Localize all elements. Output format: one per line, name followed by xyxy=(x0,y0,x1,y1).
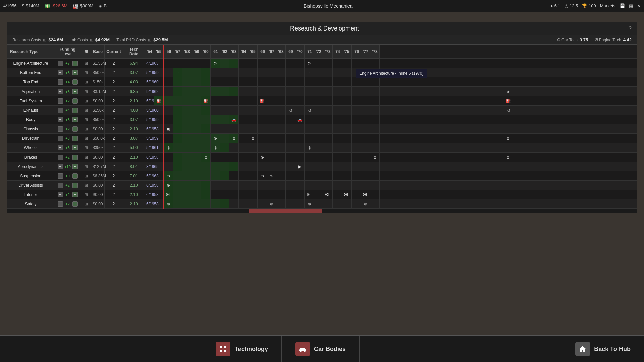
row-tl-5-12[interactable] xyxy=(267,106,276,115)
row-tl-6-1[interactable] xyxy=(164,115,173,124)
row-tl-9-23[interactable] xyxy=(370,143,380,153)
row-tl-10-10[interactable] xyxy=(248,153,258,162)
funding-plus-0[interactable]: + xyxy=(72,61,78,66)
row-tl-14-11[interactable] xyxy=(258,190,267,199)
row-tl-11-5[interactable] xyxy=(201,162,211,171)
row-tl-7-2[interactable] xyxy=(173,124,182,134)
row-tl-13-16[interactable] xyxy=(305,181,314,190)
row-tl-1-9[interactable] xyxy=(239,68,248,77)
row-tl-5-24[interactable]: ◁ xyxy=(380,106,637,115)
row-tl-3-0[interactable] xyxy=(154,87,164,96)
row-tl-9-17[interactable] xyxy=(314,143,323,153)
row-tl-12-8[interactable] xyxy=(229,171,239,181)
row-tl-6-7[interactable] xyxy=(220,115,229,124)
row-tl-14-21[interactable] xyxy=(352,190,361,199)
row-tl-14-4[interactable] xyxy=(192,190,201,199)
funding-minus-8[interactable]: − xyxy=(58,136,63,141)
row-tl-4-20[interactable] xyxy=(342,96,352,106)
row-tl-0-9[interactable] xyxy=(239,59,248,68)
row-tl-10-13[interactable] xyxy=(276,153,286,162)
row-tl-5-5[interactable] xyxy=(201,106,211,115)
row-tl-12-0[interactable] xyxy=(154,171,164,181)
funding-minus-5[interactable]: − xyxy=(58,108,63,113)
row-tl-5-8[interactable] xyxy=(229,106,239,115)
row-tl-6-24[interactable] xyxy=(380,115,637,124)
row-tl-6-3[interactable] xyxy=(182,115,192,124)
row-tl-13-6[interactable] xyxy=(211,181,220,190)
row-tl-6-6[interactable] xyxy=(211,115,220,124)
row-tl-4-22[interactable] xyxy=(361,96,370,106)
row-tl-1-11[interactable] xyxy=(258,68,267,77)
row-tl-6-14[interactable] xyxy=(286,115,295,124)
funding-minus-2[interactable]: − xyxy=(58,79,63,85)
row-tl-13-12[interactable] xyxy=(267,181,276,190)
row-tl-13-21[interactable] xyxy=(352,181,361,190)
row-tl-11-16[interactable] xyxy=(305,162,314,171)
row-tl-9-15[interactable] xyxy=(295,143,305,153)
row-tl-7-23[interactable] xyxy=(370,124,380,134)
row-tl-14-12[interactable] xyxy=(267,190,276,199)
funding-plus-5[interactable]: + xyxy=(72,108,78,113)
row-tl-7-7[interactable] xyxy=(220,124,229,134)
row-tl-7-6[interactable] xyxy=(211,124,220,134)
row-tl-1-3[interactable] xyxy=(182,68,192,77)
row-tl-0-24[interactable] xyxy=(380,59,637,68)
row-tl-1-5[interactable] xyxy=(201,68,211,77)
row-tl-13-18[interactable] xyxy=(323,181,333,190)
row-tl-15-17[interactable] xyxy=(314,199,323,209)
row-tl-13-13[interactable] xyxy=(276,181,286,190)
row-tl-3-20[interactable] xyxy=(342,87,352,96)
row-tl-10-16[interactable] xyxy=(305,153,314,162)
row-tl-11-9[interactable] xyxy=(239,162,248,171)
row-tl-3-2[interactable] xyxy=(173,87,182,96)
row-tl-8-23[interactable] xyxy=(370,134,380,143)
row-tl-14-0[interactable] xyxy=(154,190,164,199)
row-tl-2-0[interactable] xyxy=(154,77,164,87)
row-tl-4-21[interactable] xyxy=(352,96,361,106)
total-cost-icon[interactable]: ⊞ xyxy=(148,38,151,42)
row-tl-9-12[interactable] xyxy=(267,143,276,153)
row-tl-11-3[interactable] xyxy=(182,162,192,171)
row-tl-11-10[interactable] xyxy=(248,162,258,171)
row-tl-10-22[interactable] xyxy=(361,153,370,162)
row-tl-0-22[interactable] xyxy=(361,59,370,68)
row-tl-4-9[interactable] xyxy=(239,96,248,106)
row-tl-8-16[interactable] xyxy=(305,134,314,143)
markets-btn[interactable]: Markets xyxy=(600,3,615,8)
row-tl-4-19[interactable] xyxy=(333,96,342,106)
row-tl-6-12[interactable] xyxy=(267,115,276,124)
row-tl-14-19[interactable] xyxy=(333,190,342,199)
row-tl-2-22[interactable] xyxy=(361,77,370,87)
row-tl-13-19[interactable] xyxy=(333,181,342,190)
row-tl-10-11[interactable]: ⊗ xyxy=(258,153,267,162)
row-tl-1-21[interactable] xyxy=(352,68,361,77)
row-tl-10-14[interactable] xyxy=(286,153,295,162)
row-tl-3-19[interactable] xyxy=(333,87,342,96)
row-tl-14-20[interactable]: ΘL xyxy=(342,190,352,199)
row-tl-10-9[interactable] xyxy=(239,153,248,162)
funding-minus-14[interactable]: − xyxy=(58,192,63,197)
row-tl-15-18[interactable] xyxy=(323,199,333,209)
row-tl-8-17[interactable] xyxy=(314,134,323,143)
row-tl-14-13[interactable] xyxy=(276,190,286,199)
row-tl-11-4[interactable] xyxy=(192,162,201,171)
row-tl-11-11[interactable] xyxy=(258,162,267,171)
row-tl-8-7[interactable] xyxy=(220,134,229,143)
row-tl-9-11[interactable] xyxy=(258,143,267,153)
row-tl-6-17[interactable] xyxy=(314,115,323,124)
row-tl-12-16[interactable] xyxy=(305,171,314,181)
row-tl-14-3[interactable] xyxy=(182,190,192,199)
row-tl-11-18[interactable] xyxy=(323,162,333,171)
row-tl-8-24[interactable]: ⊛ xyxy=(380,134,637,143)
row-tl-1-14[interactable] xyxy=(286,68,295,77)
row-tl-12-7[interactable] xyxy=(220,171,229,181)
row-tl-8-13[interactable] xyxy=(276,134,286,143)
row-tl-2-15[interactable] xyxy=(295,77,305,87)
scrollbar-thumb[interactable] xyxy=(249,209,322,213)
row-tl-10-15[interactable] xyxy=(295,153,305,162)
row-tl-13-23[interactable] xyxy=(370,181,380,190)
row-tl-15-11[interactable] xyxy=(258,199,267,209)
row-tl-7-15[interactable] xyxy=(295,124,305,134)
row-tl-14-15[interactable] xyxy=(295,190,305,199)
row-tl-6-20[interactable] xyxy=(342,115,352,124)
